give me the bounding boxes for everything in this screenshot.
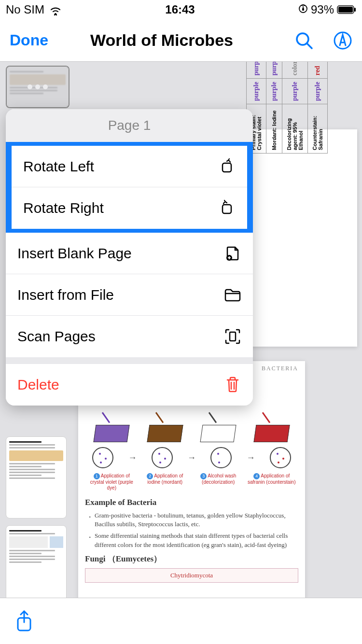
menu-insert-blank[interactable]: Insert Blank Page <box>6 233 253 274</box>
svg-line-7 <box>307 43 312 48</box>
svg-rect-2 <box>302 8 304 11</box>
rotation-lock-icon <box>298 3 308 16</box>
search-icon[interactable] <box>294 31 314 50</box>
svg-rect-4 <box>338 7 353 13</box>
clock: 16:43 <box>165 3 195 16</box>
menu-insert-file[interactable]: Insert from File <box>6 274 253 316</box>
scan-icon <box>224 328 241 345</box>
folder-icon <box>224 286 241 304</box>
svg-rect-10 <box>223 163 231 172</box>
highlighted-group: Rotate Left Rotate Right <box>6 142 253 233</box>
svg-rect-11 <box>223 205 231 213</box>
insert-blank-icon <box>224 245 241 262</box>
wifi-icon <box>49 3 62 16</box>
nav-header: Done World of Microbes <box>0 19 362 62</box>
page-thumbnail-1[interactable] <box>6 66 70 108</box>
menu-rotate-right[interactable]: Rotate Right <box>12 187 247 229</box>
battery-icon <box>337 5 356 14</box>
menu-rotate-left[interactable]: Rotate Left <box>12 146 247 187</box>
svg-rect-14 <box>230 332 236 341</box>
menu-scan-pages[interactable]: Scan Pages <box>6 316 253 357</box>
status-bar: No SIM 16:43 93% <box>0 0 362 19</box>
page-thumbnail-3[interactable] <box>6 525 67 598</box>
menu-title: Page 1 <box>6 109 253 142</box>
carrier-label: No SIM <box>6 3 44 16</box>
page-context-menu: Page 1 Rotate Left Rotate Right Insert B… <box>6 109 253 406</box>
content-area: Primary stain: Crystal violetpurplepurpl… <box>0 62 362 598</box>
bottom-toolbar <box>0 598 362 644</box>
rotate-right-icon <box>218 199 236 217</box>
share-icon[interactable] <box>14 610 34 633</box>
markup-icon[interactable] <box>333 31 352 50</box>
trash-icon <box>224 376 241 393</box>
menu-delete[interactable]: Delete <box>6 364 253 406</box>
svg-point-0 <box>55 13 56 15</box>
svg-rect-5 <box>354 8 356 12</box>
page-title: World of Microbes <box>34 31 290 50</box>
page-thumbnail-2[interactable] <box>6 436 67 518</box>
rotate-left-icon <box>218 158 236 175</box>
battery-pct: 93% <box>311 3 334 16</box>
